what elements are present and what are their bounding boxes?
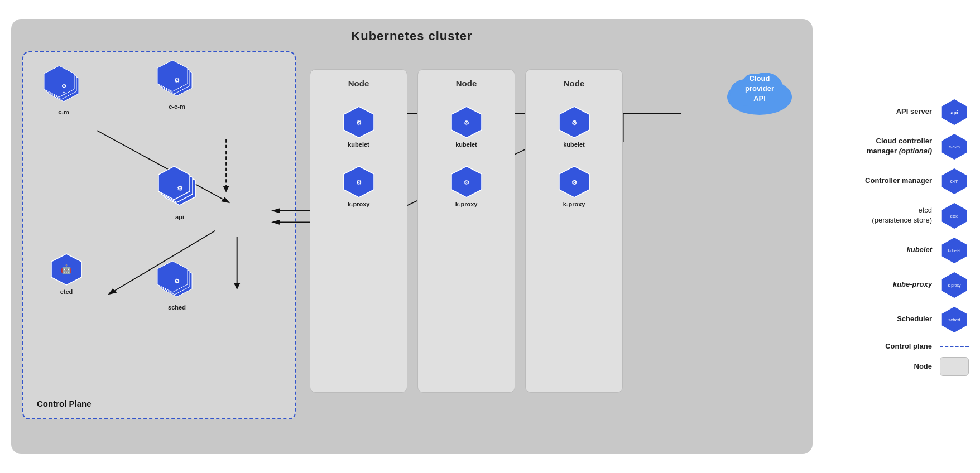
api-label: api — [175, 214, 184, 220]
etcd-hex-svg: 🤖 — [49, 252, 84, 287]
svg-text:api: api — [950, 110, 958, 115]
legend-node: Node — [824, 357, 969, 376]
node1-kubelet: ⚙ kubelet — [342, 105, 376, 148]
legend-dashed-line — [940, 346, 969, 347]
sched-hex-svg: ⚙ — [155, 259, 199, 302]
svg-text:⚙: ⚙ — [61, 83, 66, 89]
svg-text:c-c-m: c-c-m — [949, 144, 960, 149]
svg-text:⚙: ⚙ — [356, 119, 362, 126]
svg-text:⚙: ⚙ — [174, 278, 180, 284]
cm-label: c-m — [58, 109, 69, 115]
kproxy-label-1: k-proxy — [348, 201, 370, 207]
kproxy-label-3: k-proxy — [563, 201, 585, 207]
legend-kube-proxy: kube-proxy k-proxy — [824, 270, 969, 299]
node-title-1: Node — [348, 79, 369, 88]
svg-text:⚙: ⚙ — [177, 185, 183, 192]
node2-kproxy: ⚙ k-proxy — [449, 165, 484, 207]
ccm-label: c-c-m — [169, 103, 185, 110]
legend-api-server: API server api — [824, 97, 969, 126]
legend: API server api Cloud controller manager … — [824, 91, 969, 382]
kproxy-hex-3: ⚙ — [557, 165, 592, 199]
svg-text:⚙: ⚙ — [571, 119, 577, 126]
kproxy-hex-2: ⚙ — [449, 165, 484, 199]
kubelet-label-3: kubelet — [563, 141, 585, 148]
kubernetes-cluster: Kubernetes cluster Control Plane — [11, 19, 813, 454]
legend-node-label: Node — [914, 361, 933, 371]
legend-scheduler-label: Scheduler — [897, 314, 932, 324]
legend-kubelet-hex: kubelet — [940, 235, 969, 264]
legend-etcd-label: etcd(persistence store) — [872, 205, 932, 225]
svg-text:⚙: ⚙ — [464, 119, 469, 126]
svg-text:⚙: ⚙ — [571, 179, 577, 186]
node-box-2: Node ⚙ kubelet ⚙ k-proxy — [417, 69, 515, 393]
svg-text:sched: sched — [948, 317, 960, 322]
legend-ccm: Cloud controller manager (optional) c-c-… — [824, 132, 969, 161]
ccm-hex-svg: ⚙ — [155, 58, 199, 102]
cloud-label-line1: Cloud — [750, 74, 770, 83]
legend-scheduler: Scheduler sched — [824, 305, 969, 334]
cm-hex-svg: ⚙ ⚙ — [42, 64, 85, 107]
legend-kproxy-hex: k-proxy — [940, 270, 969, 299]
kubelet-label-1: kubelet — [348, 141, 369, 148]
etcd-label: etcd — [60, 288, 73, 295]
node-box-3: Node ⚙ kubelet ⚙ k-proxy — [525, 69, 623, 393]
cluster-title: Kubernetes cluster — [22, 29, 801, 44]
legend-cm-hex: c-m — [940, 166, 969, 195]
node1-kproxy: ⚙ k-proxy — [342, 165, 376, 207]
legend-control-plane: Control plane — [824, 341, 969, 351]
cloud-provider: Cloud provider API — [723, 64, 796, 119]
node-box-1: Node ⚙ kubelet ⚙ k-proxy — [310, 69, 407, 393]
kubelet-hex-2: ⚙ — [449, 105, 484, 139]
legend-kubelet: kubelet kubelet — [824, 235, 969, 264]
cloud-label-line3: API — [753, 94, 766, 103]
svg-text:⚙: ⚙ — [174, 77, 180, 84]
svg-text:⚙: ⚙ — [356, 179, 362, 186]
legend-cm-label: Controller manager — [865, 176, 932, 186]
api-hex-svg: ⚙ — [155, 163, 204, 212]
svg-text:c-m: c-m — [950, 178, 959, 184]
kubelet-label-2: kubelet — [455, 141, 477, 148]
cloud-label-line2: provider — [745, 84, 774, 93]
node-title-3: Node — [564, 79, 585, 88]
svg-text:etcd: etcd — [950, 214, 958, 219]
legend-ccm-label: Cloud controller manager (optional) — [848, 136, 932, 156]
kubelet-hex-1: ⚙ — [342, 105, 376, 139]
etcd-icon: 🤖 etcd — [49, 252, 84, 295]
svg-text:⚙: ⚙ — [62, 91, 66, 96]
legend-node-box — [940, 357, 969, 376]
legend-control-plane-label: Control plane — [885, 341, 932, 351]
svg-text:⚙: ⚙ — [464, 179, 469, 186]
nodes-area: Node ⚙ kubelet ⚙ k-proxy — [310, 69, 623, 393]
kproxy-hex-1: ⚙ — [342, 165, 376, 199]
legend-etcd-hex: etcd — [940, 201, 969, 230]
api-icon: ⚙ api — [155, 163, 204, 220]
control-plane-label: Control Plane — [37, 399, 92, 408]
ccm-icon: ⚙ c-c-m — [155, 58, 199, 110]
svg-text:k-proxy: k-proxy — [948, 283, 961, 288]
legend-sched-hex: sched — [940, 305, 969, 334]
kubelet-hex-3: ⚙ — [557, 105, 592, 139]
sched-label: sched — [168, 304, 186, 311]
main-container: Kubernetes cluster Control Plane — [0, 0, 980, 473]
node2-kubelet: ⚙ kubelet — [449, 105, 484, 148]
legend-ccm-hex: c-c-m — [940, 132, 969, 161]
legend-kube-proxy-label: kube-proxy — [893, 279, 932, 289]
kproxy-label-2: k-proxy — [455, 201, 478, 207]
svg-text:kubelet: kubelet — [948, 249, 961, 253]
node3-kproxy: ⚙ k-proxy — [557, 165, 592, 207]
cm-icon: ⚙ ⚙ c-m — [42, 64, 85, 115]
legend-etcd: etcd(persistence store) etcd — [824, 201, 969, 230]
legend-cm: Controller manager c-m — [824, 166, 969, 195]
node3-kubelet: ⚙ kubelet — [557, 105, 592, 148]
svg-text:🤖: 🤖 — [61, 264, 72, 274]
sched-icon: ⚙ sched — [155, 259, 199, 311]
legend-api-server-label: API server — [896, 107, 932, 117]
legend-api-hex: api — [940, 97, 969, 126]
legend-kubelet-label: kubelet — [906, 245, 932, 255]
node-title-2: Node — [456, 79, 477, 88]
